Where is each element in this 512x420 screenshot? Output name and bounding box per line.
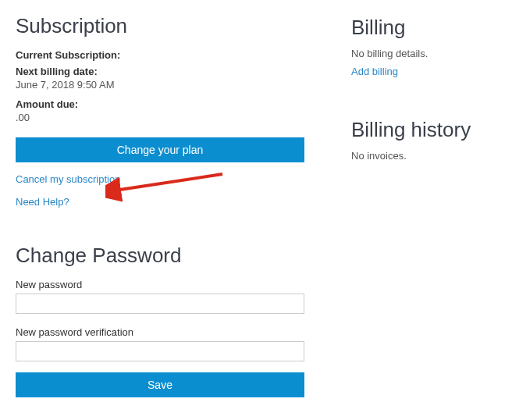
amount-due-value: .00 [16, 112, 304, 123]
billing-history-heading: Billing history [351, 118, 496, 142]
need-help-link[interactable]: Need Help? [16, 196, 69, 208]
no-invoices-text: No invoices. [351, 150, 496, 162]
new-password-input[interactable] [16, 294, 304, 314]
change-plan-button[interactable]: Change your plan [16, 137, 304, 162]
save-password-button[interactable]: Save [16, 372, 304, 397]
amount-due-label: Amount due: [16, 98, 304, 110]
new-password-label: New password [16, 279, 304, 290]
next-billing-value: June 7, 2018 9:50 AM [16, 79, 304, 91]
add-billing-link[interactable]: Add billing [351, 66, 398, 77]
subscription-heading: Subscription [16, 14, 304, 38]
current-subscription-label: Current Subscription: [16, 49, 304, 61]
verify-password-label: New password verification [16, 326, 304, 338]
no-billing-text: No billing details. [351, 48, 496, 59]
change-password-heading: Change Password [16, 244, 304, 268]
cancel-subscription-link[interactable]: Cancel my subscription [16, 173, 120, 185]
billing-heading: Billing [351, 16, 496, 40]
next-billing-label: Next billing date: [16, 66, 304, 77]
verify-password-input[interactable] [16, 341, 304, 361]
